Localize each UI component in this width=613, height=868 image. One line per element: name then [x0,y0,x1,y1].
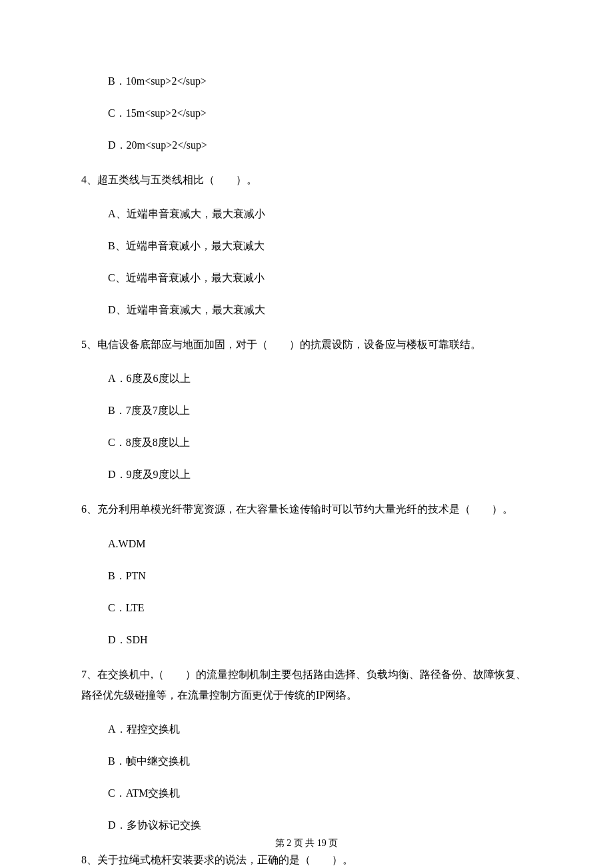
q6-option-d: D．SDH [108,632,533,648]
q6-option-b: B．PTN [108,568,533,584]
q4-option-c: C、近端串音衰减小，最大衰减小 [108,270,533,286]
page-content: B．10m<sup>2</sup> C．15m<sup>2</sup> D．20… [0,0,613,868]
question-4: 4、超五类线与五类线相比（ ）。 [81,169,533,190]
q7-option-a: A．程控交换机 [108,721,533,737]
q5-option-a: A．6度及6度以上 [108,371,533,387]
question-6: 6、充分利用单模光纤带宽资源，在大容量长途传输时可以节约大量光纤的技术是（ ）。 [81,499,533,519]
q5-option-b: B．7度及7度以上 [108,403,533,419]
q5-option-d: D．9度及9度以上 [108,467,533,483]
option-d-prev: D．20m<sup>2</sup> [108,137,533,153]
q4-option-a: A、近端串音衰减大，最大衰减小 [108,206,533,222]
option-c-prev: C．15m<sup>2</sup> [108,105,533,121]
q7-option-c: C．ATM交换机 [108,785,533,801]
q6-option-c: C．LTE [108,600,533,616]
question-7: 7、在交换机中,（ ）的流量控制机制主要包括路由选择、负载均衡、路径备份、故障恢… [81,664,533,705]
q7-option-d: D．多协议标记交换 [108,817,533,833]
option-b-prev: B．10m<sup>2</sup> [108,73,533,89]
question-5: 5、电信设备底部应与地面加固，对于（ ）的抗震设防，设备应与楼板可靠联结。 [81,334,533,355]
q4-option-d: D、近端串音衰减大，最大衰减大 [108,302,533,318]
page-footer: 第 2 页 共 19 页 [0,837,613,849]
q7-option-b: B．帧中继交换机 [108,753,533,769]
q4-option-b: B、近端串音衰减小，最大衰减大 [108,238,533,254]
question-8: 8、关于拉绳式桅杆安装要求的说法，正确的是（ ）。 [81,849,533,868]
q6-option-a: A.WDM [108,536,533,552]
q5-option-c: C．8度及8度以上 [108,435,533,451]
